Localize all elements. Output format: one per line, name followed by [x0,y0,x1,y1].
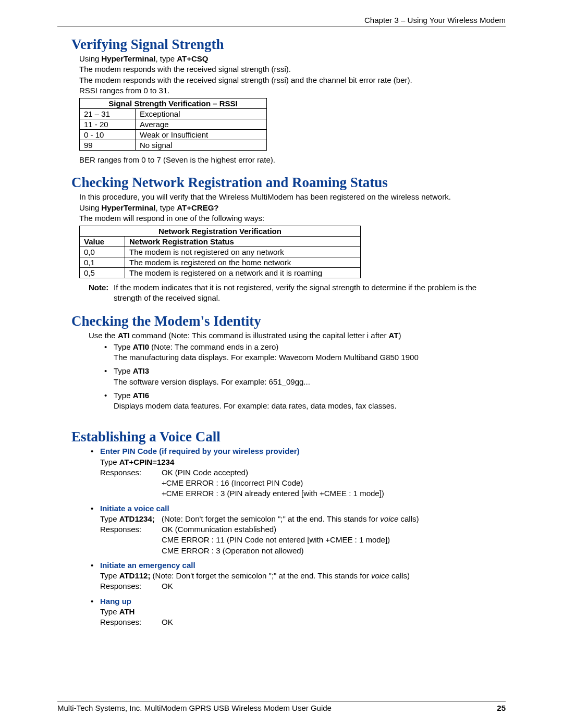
cell: 0,1 [80,257,125,268]
list-item: Type ATI3 The software version displays.… [104,366,506,387]
text: Type [100,458,119,466]
resp-line: +CME ERROR : 16 (Incorrect PIN Code) [162,478,506,488]
s2-p1: In this procedure, you will verify that … [79,192,506,202]
list-item: Type ATI0 (Note: The command ends in a z… [104,342,506,363]
list-item-pin: Enter PIN Code (if required by your wire… [91,446,506,499]
cell: Exceptional [136,109,267,119]
cell: Weak or Insufficient [136,130,267,140]
text: Use the [89,331,118,340]
cmd: ATI0 [133,342,149,351]
rssi-table-title: Signal Strength Verification – RSSI [80,98,267,109]
resp-label: Responses: [100,581,162,591]
text: Type [114,391,133,400]
s2-note: Note: If the modem indicates that it is … [89,282,506,304]
cell: 21 – 31 [80,109,136,119]
s1-paragraphs: Using HyperTerminal, type AT+CSQ The mod… [79,54,506,96]
text: (Note: The command ends in a zero) [149,342,278,351]
note-label: Note: [89,282,114,304]
table-row: 0,0The modem is not registered on any ne… [80,247,361,257]
text: command (Note: This command is illustrat… [130,331,389,340]
heading-modem-identity: Checking the Modem's Identity [71,313,506,329]
heading-network-reg: Checking Network Registration and Roamin… [71,175,506,191]
text: Type [114,366,133,375]
resp-values: OK (PIN Code accepted) +CME ERROR : 16 (… [162,467,506,499]
desc: The software version displays. For examp… [114,377,310,386]
resp-label: Responses: [100,617,162,627]
text: voice [371,571,389,580]
resp-label: Responses: [100,524,162,556]
col-header: Network Registration Status [125,237,361,247]
netreg-table: Network Registration Verification Value … [79,226,361,278]
s1-p3: The modem responds with the received sig… [79,75,506,85]
s1-p5: BER ranges from 0 to 7 (Seven is the hig… [79,155,506,165]
cell: 0,0 [80,247,125,257]
cell: 0 - 10 [80,130,136,140]
resp-label: Responses: [100,467,162,499]
footer-rule [57,701,506,701]
s1-p1c: , type [155,54,177,63]
table-row: 11 - 20Average [80,119,267,130]
table-row: 0,5The modem is registered on a network … [80,268,361,278]
text: Type [100,571,119,580]
ati-list: Type ATI0 (Note: The command ends in a z… [104,342,506,412]
table-row: 0,1The modem is registered on the home n… [80,257,361,268]
resp-line: CME ERROR : 3 (Operation not allowed) [162,546,506,556]
s1-p1a: Using [79,54,102,63]
page-number: 25 [497,704,506,712]
voice-list: Enter PIN Code (if required by your wire… [91,446,506,627]
cell: The modem is registered on a network and… [125,268,361,278]
desc: Displays modem data features. For exampl… [114,401,397,410]
cmd: ATD1234; [119,514,155,523]
netreg-table-title: Network Registration Verification [80,226,361,237]
s1-p1b: HyperTerminal [102,54,156,63]
s2-p2c: , type [155,203,177,212]
s2-p3: The modem will respond in one of the fol… [79,213,506,224]
resp-values: OK (Communication established) CME ERROR… [162,524,506,556]
text: voice [380,514,398,523]
resp-values: OK [162,617,506,627]
text: (Note: Don't forget the semicolon ";" at… [150,571,371,580]
footer-left: Multi-Tech Systems, Inc. MultiModem GPRS… [57,704,332,712]
s2-p2d: AT+CREG? [177,203,218,212]
s2-p2a: Using [79,203,102,212]
list-item-emergency: Initiate an emergency call Type ATD112; … [91,560,506,592]
cell: Average [136,119,267,130]
list-item-hangup: Hang up Type ATH Responses: OK [91,596,506,628]
table-row: Value Network Registration Status [80,237,361,247]
text: Type [100,514,119,523]
list-item: Type ATI6 Displays modem data features. … [104,390,506,412]
cell: The modem is not registered on any netwo… [125,247,361,257]
table-row: 99No signal [80,140,267,151]
resp-line: OK [162,617,506,627]
text: AT [389,331,399,340]
cmd: AT+CPIN=1234 [119,458,175,466]
cmd: ATI6 [133,391,149,400]
text: calls) [389,571,410,580]
desc: The manufacturing data displays. For exa… [114,353,419,362]
voice-sub-heading: Initiate an emergency call [100,561,195,570]
header-chapter: Chapter 3 – Using Your Wireless Modem [57,16,506,24]
resp-line: OK (PIN Code accepted) [162,467,506,478]
s2-p2b: HyperTerminal [102,203,156,212]
s1-p4: RSSI ranges from 0 to 31. [79,85,506,96]
resp-values: OK [162,581,506,591]
cell: 0,5 [80,268,125,278]
text: Type [114,342,133,351]
col-header: Value [80,237,125,247]
header-rule [57,27,506,27]
text: ATI [118,331,130,340]
text: (Note: Don't forget the semicolon ";" at… [162,514,380,523]
text: ) [398,331,401,340]
cell: 11 - 20 [80,119,136,130]
cmd: ATI3 [133,366,149,375]
note-text: If the modem indicates that it is not re… [114,282,506,304]
table-row: 21 – 31Exceptional [80,109,267,119]
s2-paragraphs: In this procedure, you will verify that … [79,192,506,224]
cell: 99 [80,140,136,151]
heading-verify-signal: Verifying Signal Strength [71,36,506,53]
s3-intro: Use the ATI command (Note: This command … [89,330,506,341]
rssi-table: Signal Strength Verification – RSSI 21 –… [79,98,267,151]
heading-voice-call: Establishing a Voice Call [71,429,506,445]
voice-sub-heading: Initiate a voice call [100,504,169,513]
s1-p1d: AT+CSQ [177,54,208,63]
